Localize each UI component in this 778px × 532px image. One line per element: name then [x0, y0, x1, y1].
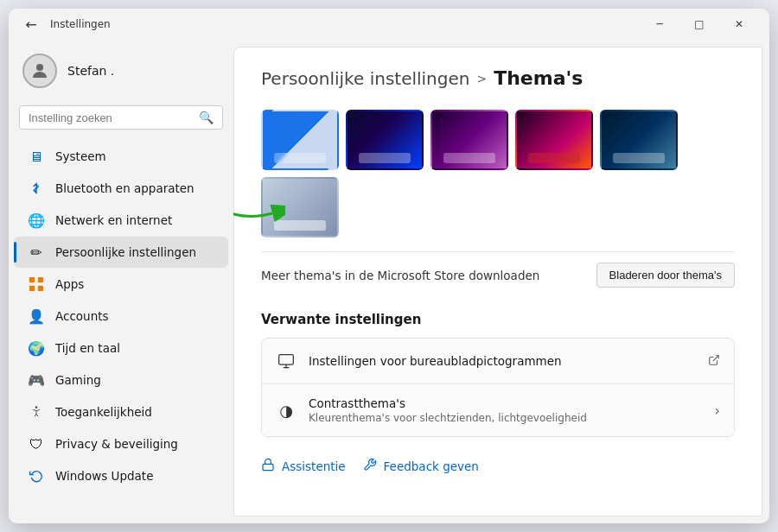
svg-line-10	[713, 355, 718, 360]
persoonlijk-label: Persoonlijke instellingen	[55, 245, 196, 259]
sidebar-item-apps[interactable]: Apps	[14, 269, 228, 300]
avatar	[22, 54, 57, 88]
update-icon	[28, 467, 45, 484]
external-link-icon	[708, 353, 720, 370]
sidebar-item-toegankelijkheid[interactable]: Toegankelijkheid	[14, 396, 228, 428]
theme-card-1[interactable]	[261, 110, 339, 170]
feedback-label: Feedback geven	[384, 459, 479, 473]
theme-card-5[interactable]	[600, 110, 678, 170]
accounts-label: Accounts	[55, 309, 109, 323]
footer-links: Assistentie Feedback geven	[261, 451, 735, 475]
user-name: Stefan .	[67, 64, 114, 78]
search-box[interactable]: 🔍	[19, 105, 223, 130]
tijd-label: Tijd en taal	[55, 341, 120, 355]
sidebar-item-accounts[interactable]: 👤 Accounts	[14, 301, 228, 332]
theme-card-3[interactable]	[430, 110, 508, 170]
sidebar-nav: 🖥 Systeem Bluetooth en apparaten 🌐 Netwe…	[9, 140, 233, 492]
window-controls: ─ □ ✕	[640, 9, 759, 40]
systeem-icon: 🖥	[28, 148, 45, 165]
sidebar-item-gaming[interactable]: 🎮 Gaming	[14, 364, 228, 396]
theme-card-4[interactable]	[515, 110, 593, 170]
sidebar: Stefan . 🔍 🖥 Systeem	[9, 40, 233, 523]
related-settings-card: Instellingen voor bureaubladpictogrammen…	[261, 338, 735, 437]
sidebar-item-systeem[interactable]: 🖥 Systeem	[14, 141, 228, 172]
back-button[interactable]: ←	[19, 12, 43, 36]
chevron-right-icon: ›	[715, 402, 720, 419]
gaming-label: Gaming	[55, 373, 101, 387]
persoonlijk-icon: ✏️	[28, 244, 45, 261]
sidebar-item-update[interactable]: Windows Update	[14, 460, 228, 491]
update-label: Windows Update	[55, 469, 153, 483]
bluetooth-label: Bluetooth en apparaten	[55, 181, 194, 195]
sidebar-item-netwerk[interactable]: 🌐 Netwerk en internet	[14, 205, 228, 236]
svg-rect-2	[38, 277, 43, 282]
theme-card-2[interactable]	[346, 110, 424, 170]
user-profile[interactable]: Stefan .	[9, 47, 233, 102]
settings-row-contrastthemas[interactable]: ◑ Contrastthema's Kleurenthema's voor sl…	[262, 383, 734, 436]
contrastthemas-title: Contrastthema's	[309, 396, 703, 410]
breadcrumb-parent: Persoonlijke instellingen	[261, 68, 469, 89]
bureaubladpictogrammen-title: Instellingen voor bureaubladpictogrammen	[309, 354, 696, 368]
titlebar: ← Instellingen ─ □ ✕	[9, 9, 769, 40]
feedback-link[interactable]: Feedback geven	[363, 458, 479, 475]
settings-window: ← Instellingen ─ □ ✕	[9, 9, 769, 523]
feedback-icon	[363, 458, 377, 475]
store-button[interactable]: Bladeren door thema's	[596, 263, 735, 288]
apps-icon	[28, 276, 45, 293]
netwerk-icon: 🌐	[28, 212, 45, 229]
tijd-icon: 🌍	[28, 339, 45, 357]
maximize-button[interactable]: □	[679, 9, 719, 40]
svg-rect-3	[29, 286, 35, 291]
window-title: Instellingen	[50, 18, 640, 30]
sidebar-item-persoonlijk[interactable]: ✏️ Persoonlijke instellingen	[14, 237, 228, 268]
bureaubladpictogrammen-icon	[276, 351, 297, 371]
theme-card-6[interactable]	[261, 177, 339, 238]
gaming-icon: 🎮	[28, 371, 45, 389]
minimize-button[interactable]: ─	[640, 9, 679, 40]
svg-rect-7	[279, 355, 294, 365]
assistentie-link[interactable]: Assistentie	[261, 458, 346, 475]
page-title: Thema's	[494, 67, 583, 89]
breadcrumb-chevron: >	[476, 72, 487, 86]
contrastthemas-text: Contrastthema's Kleurenthema's voor slec…	[309, 396, 703, 424]
sidebar-item-tijd[interactable]: 🌍 Tijd en taal	[14, 332, 228, 364]
netwerk-label: Netwerk en internet	[55, 213, 172, 227]
svg-rect-4	[38, 286, 43, 291]
search-icon: 🔍	[199, 111, 214, 124]
accounts-icon: 👤	[28, 307, 45, 325]
related-title: Verwante instellingen	[261, 312, 735, 327]
settings-row-bureaubladpictogrammen[interactable]: Instellingen voor bureaubladpictogrammen	[262, 339, 734, 383]
themes-grid	[261, 110, 735, 238]
svg-rect-1	[29, 277, 35, 282]
systeem-label: Systeem	[55, 149, 106, 163]
svg-rect-11	[263, 464, 273, 470]
content-area: Stefan . 🔍 🖥 Systeem	[9, 40, 769, 523]
contrastthemas-subtitle: Kleurenthema's voor slechtzienden, licht…	[309, 412, 703, 424]
sidebar-item-bluetooth[interactable]: Bluetooth en apparaten	[14, 173, 228, 204]
store-text: Meer thema's in de Microsoft Store downl…	[261, 269, 539, 282]
main-content: Persoonlijke instellingen > Thema's	[233, 47, 762, 516]
svg-point-0	[36, 64, 43, 71]
close-button[interactable]: ✕	[719, 9, 759, 40]
bluetooth-icon	[28, 180, 45, 197]
svg-point-5	[35, 406, 38, 408]
sidebar-item-privacy[interactable]: 🛡 Privacy & beveiliging	[14, 428, 228, 459]
assistentie-icon	[261, 458, 275, 475]
apps-label: Apps	[55, 277, 84, 291]
privacy-label: Privacy & beveiliging	[55, 437, 178, 451]
search-input[interactable]	[29, 111, 192, 124]
toegankelijkheid-label: Toegankelijkheid	[55, 405, 152, 419]
bureaubladpictogrammen-text: Instellingen voor bureaubladpictogrammen	[309, 354, 696, 368]
toegankelijkheid-icon	[28, 403, 45, 421]
contrastthemas-icon: ◑	[276, 400, 297, 421]
assistentie-label: Assistentie	[282, 459, 346, 473]
store-row: Meer thema's in de Microsoft Store downl…	[261, 251, 735, 298]
privacy-icon: 🛡	[28, 435, 45, 453]
page-header: Persoonlijke instellingen > Thema's	[261, 67, 735, 89]
